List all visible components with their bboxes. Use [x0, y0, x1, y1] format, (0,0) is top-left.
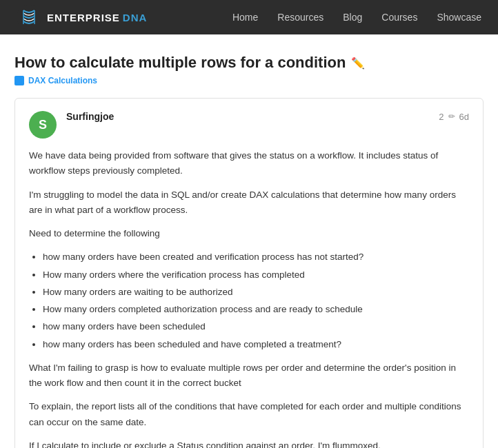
- post-card: S Surfingjoe 2 ✏ 6d We have data being p…: [14, 98, 484, 448]
- logo-dna-text: DNA: [123, 12, 148, 23]
- logo-icon: [17, 5, 41, 30]
- edit-icon[interactable]: ✏️: [351, 57, 365, 70]
- list-item: How many orders where the verification p…: [43, 267, 469, 283]
- logo-enterprise-text: ENTERPRISE: [47, 12, 120, 23]
- paragraph-3: Need to determine the following: [29, 226, 469, 241]
- list-item: how many orders have been scheduled: [43, 319, 469, 334]
- logo[interactable]: ENTERPRISE DNA: [17, 5, 147, 30]
- page-title: How to calculate multiple rows for a con…: [14, 54, 484, 72]
- stat-age: 6d: [459, 112, 469, 122]
- post-body: We have data being provided from softwar…: [29, 148, 469, 448]
- stat-count: 2: [439, 112, 444, 122]
- list-item: how many orders have been created and ve…: [43, 250, 469, 265]
- tag-bar: [14, 76, 24, 85]
- avatar: S: [29, 111, 57, 139]
- post-header: S Surfingjoe 2 ✏ 6d: [29, 111, 469, 139]
- nav-home[interactable]: Home: [232, 12, 258, 23]
- nav-courses[interactable]: Courses: [381, 12, 417, 23]
- paragraph-6: If I calculate to include or exclude a S…: [29, 438, 469, 448]
- bullet-list: how many orders have been created and ve…: [43, 250, 469, 352]
- pencil-icon: ✏: [448, 112, 455, 121]
- post-meta: Surfingjoe 2 ✏ 6d: [66, 111, 469, 122]
- list-item: how many orders has been scheduled and h…: [43, 337, 469, 352]
- list-item: How many orders are waiting to be author…: [43, 285, 469, 300]
- navbar: ENTERPRISE DNA Home Resources Blog Cours…: [0, 0, 498, 34]
- nav-blog[interactable]: Blog: [343, 12, 362, 23]
- nav-showcase[interactable]: Showcase: [437, 12, 481, 23]
- paragraph-1: We have data being provided from softwar…: [29, 148, 469, 179]
- post-author[interactable]: Surfingjoe: [66, 111, 114, 122]
- page-content: How to calculate multiple rows for a con…: [1, 34, 497, 448]
- nav-resources[interactable]: Resources: [277, 12, 323, 23]
- tag-row: DAX Calculations: [14, 76, 484, 85]
- list-item: How many orders completed authorization …: [43, 302, 469, 317]
- paragraph-4: What I'm failing to grasp is how to eval…: [29, 360, 469, 391]
- post-stats: 2 ✏ 6d: [439, 112, 469, 122]
- tag-label[interactable]: DAX Calculations: [28, 76, 97, 85]
- nav-links: Home Resources Blog Courses Showcase: [232, 12, 481, 23]
- paragraph-5: To explain, the report lists all of the …: [29, 399, 469, 430]
- paragraph-2: I'm struggling to model the data in SQL …: [29, 187, 469, 218]
